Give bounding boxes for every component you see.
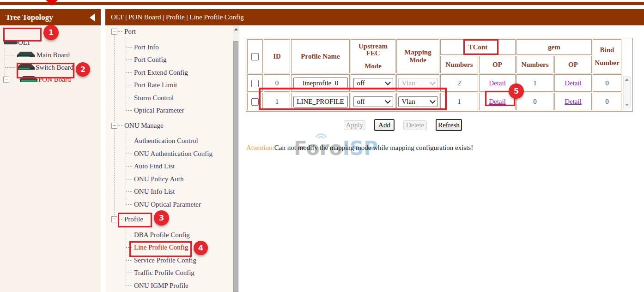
- header-gem-numbers: Numbers: [516, 56, 553, 73]
- top-bar: [0, 2, 644, 5]
- nav-item-port-info[interactable]: Port Info: [126, 41, 233, 54]
- table-scrollbar-cell: [622, 74, 632, 110]
- nav-section-label[interactable]: Port: [124, 28, 136, 36]
- header-bind-number: Bind Number: [593, 39, 621, 73]
- header-gem-op: OP: [554, 56, 592, 73]
- nav-item-label[interactable]: Authentication Control: [134, 137, 198, 145]
- nav-item-dba-profile-config[interactable]: DBA Profile Config: [126, 229, 233, 242]
- cell-bind-number: 0: [593, 74, 621, 92]
- breadcrumb-text: OLT | PON Board | Profile | Line Profile…: [111, 13, 244, 21]
- annotation-box-row1: [259, 88, 447, 110]
- nav-item-label[interactable]: Port Extend Config: [134, 69, 188, 77]
- header-bind-line1: Bind: [593, 47, 621, 54]
- tree-topology-header: Tree Topology: [0, 9, 101, 25]
- board-icon: [17, 51, 35, 60]
- cell-bind-number: 0: [593, 93, 621, 110]
- nav-section-onu-manage[interactable]: ONU Manage: [105, 119, 233, 132]
- collapse-panel-icon[interactable]: [90, 13, 95, 22]
- profile-name-input[interactable]: lineprofile_0: [293, 77, 348, 89]
- tree-topology-panel: Tree Topology OLT Main Board Switch Boar…: [0, 9, 101, 292]
- collapse-section-icon[interactable]: [111, 29, 117, 35]
- annotation-box-olt: [3, 28, 42, 42]
- fec-mode-select[interactable]: off: [353, 78, 393, 89]
- nav-item-label[interactable]: Auto Find List: [134, 162, 175, 170]
- attention-text: Can not modify the mapping mode while ma…: [274, 144, 473, 151]
- header-mapping-mode: Mapping Mode: [396, 39, 439, 73]
- nav-item-optical-parameter[interactable]: Optical Parameter: [126, 104, 233, 117]
- tree-connector: [118, 125, 122, 126]
- table-scrollbar[interactable]: [623, 76, 631, 108]
- mapping-mode-select: Vlan: [398, 78, 438, 89]
- nav-item-onu-authentication-config[interactable]: ONU Authentication Config: [126, 148, 233, 161]
- scroll-up-icon[interactable]: [625, 78, 629, 81]
- olt-management-app: Tree Topology OLT Main Board Switch Boar…: [0, 0, 644, 292]
- header-tcont-op: OP: [479, 56, 516, 73]
- expand-pon-board-icon[interactable]: [3, 77, 9, 83]
- select-all-checkbox[interactable]: [251, 53, 259, 60]
- header-scroll-spacer: [622, 39, 632, 73]
- nav-item-label[interactable]: ONU Info List: [134, 188, 175, 196]
- nav-item-onu-optical-parameter[interactable]: ONU Optical Parameter: [126, 198, 233, 211]
- gem-detail-link[interactable]: Detail: [565, 79, 582, 87]
- attention-label: Attention:: [246, 144, 274, 151]
- nav-item-port-rate-limit[interactable]: Port Rate Limit: [126, 79, 233, 92]
- nav-item-traffic-profile-config[interactable]: Traffic Profile Config: [126, 267, 233, 280]
- header-upstream-fec-line2: Mode: [351, 63, 395, 70]
- breadcrumb: OLT | PON Board | Profile | Line Profile…: [105, 9, 644, 25]
- nav-item-onu-policy-auth[interactable]: ONU Policy Auth: [126, 173, 233, 186]
- nav-item-port-config[interactable]: Port Config: [126, 54, 233, 66]
- annotation-badge-3: 3: [154, 210, 169, 226]
- annotation-box-pon-board: [17, 63, 74, 78]
- nav-item-label[interactable]: ONU Optical Parameter: [134, 201, 201, 209]
- sidebar-item-main-board[interactable]: Main Board: [36, 51, 70, 59]
- gem-detail-link[interactable]: Detail: [565, 98, 582, 105]
- nav-item-onu-igmp-profile[interactable]: ONU IGMP Profile: [126, 280, 233, 292]
- nav-item-label[interactable]: Port Info: [134, 43, 159, 51]
- tree-connector: [5, 55, 15, 55]
- nav-scrollbar[interactable]: [233, 25, 239, 292]
- delete-button: Delete: [403, 120, 427, 130]
- nav-item-label[interactable]: Port Rate Limit: [134, 81, 177, 89]
- nav-item-label[interactable]: Optical Parameter: [134, 107, 184, 114]
- collapse-section-icon[interactable]: [111, 216, 117, 222]
- header-profile-name: Profile Name: [291, 39, 350, 73]
- nav-item-storm-control[interactable]: Storm Control: [126, 92, 233, 105]
- annotation-badge-4: 4: [194, 241, 208, 255]
- nav-item-port-extend-config[interactable]: Port Extend Config: [126, 66, 233, 79]
- annotation-badge-1: 1: [43, 25, 59, 40]
- annotation-box-tcont: [463, 39, 498, 55]
- nav-item-label[interactable]: ONU Authentication Config: [134, 150, 213, 158]
- nav-item-label[interactable]: DBA Profile Config: [134, 231, 190, 239]
- annotation-badge-5: 5: [509, 83, 524, 99]
- header-upstream-fec-line1: Upstream FEC: [351, 43, 395, 57]
- nav-item-label[interactable]: ONU IGMP Profile: [134, 282, 188, 290]
- nav-item-auto-find-list[interactable]: Auto Find List: [126, 160, 233, 173]
- add-button[interactable]: Add: [374, 119, 395, 131]
- nav-item-label[interactable]: Traffic Profile Config: [134, 269, 194, 277]
- nav-item-label[interactable]: Service Profile Config: [134, 256, 196, 264]
- collapse-section-icon[interactable]: [111, 123, 117, 129]
- nav-section-port[interactable]: Port: [105, 25, 233, 38]
- header-bind-line2: Number: [593, 60, 621, 66]
- scroll-up-button[interactable]: [233, 25, 239, 33]
- scrollbar-thumb[interactable]: [233, 41, 238, 292]
- nav-item-label[interactable]: Storm Control: [134, 94, 174, 102]
- refresh-button[interactable]: Refresh: [436, 119, 462, 131]
- attention-message: Attention:Can not modify the mapping mod…: [246, 144, 473, 152]
- nav-item-label[interactable]: ONU Policy Auth: [134, 175, 184, 183]
- nav-item-authentication-control[interactable]: Authentication Control: [126, 135, 233, 148]
- chevron-down-icon: [430, 79, 436, 85]
- nav-item-onu-info-list[interactable]: ONU Info List: [126, 185, 233, 198]
- nav-item-label[interactable]: Port Config: [134, 56, 166, 64]
- select-value: off: [357, 79, 365, 87]
- header-select-all: [247, 39, 263, 73]
- row-checkbox[interactable]: [251, 98, 259, 106]
- nav-section-label[interactable]: ONU Manage: [124, 122, 164, 130]
- row-checkbox[interactable]: [251, 80, 259, 87]
- annotation-box-profile: [118, 213, 152, 227]
- scroll-down-icon[interactable]: [625, 104, 629, 106]
- header-gem: gem: [516, 39, 592, 55]
- tree-topology-title: Tree Topology: [6, 13, 53, 22]
- tcont-detail-link[interactable]: Detail: [489, 79, 506, 87]
- header-upstream-fec-mode: Upstream FEC Mode: [351, 39, 395, 73]
